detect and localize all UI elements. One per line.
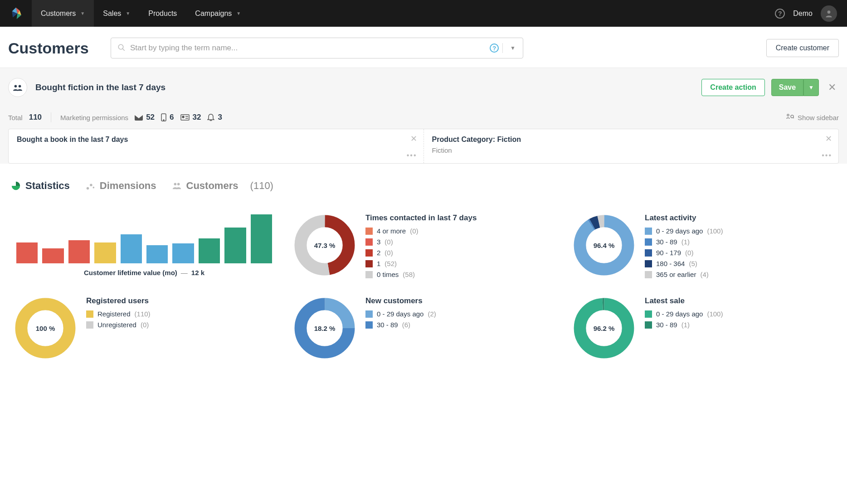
- legend: 0 - 29 days ago (100)30 - 89 (1): [645, 310, 833, 329]
- top-nav: Customers▼ Sales▼ Products Campaigns▼ ? …: [0, 0, 847, 27]
- legend-row: 0 - 29 days ago (2): [365, 310, 554, 318]
- svg-point-19: [177, 183, 180, 186]
- legend-count: (0): [141, 321, 149, 329]
- legend-count: (0): [385, 249, 393, 257]
- swatch: [365, 260, 373, 267]
- tab-customers[interactable]: Customers (110): [172, 180, 273, 192]
- close-icon[interactable]: ✕: [825, 82, 839, 93]
- legend-row: 0 - 29 days ago (100): [645, 227, 833, 235]
- more-icon[interactable]: •••: [407, 151, 417, 160]
- legend-label: 180 - 364: [656, 260, 685, 267]
- legend-count: (2): [428, 310, 436, 318]
- search-input[interactable]: [130, 44, 490, 53]
- save-dropdown-caret[interactable]: ▼: [803, 79, 819, 96]
- user-label[interactable]: Demo: [793, 10, 813, 18]
- tab-dimensions[interactable]: Dimensions: [85, 180, 156, 192]
- mobile-icon: [161, 113, 166, 121]
- donut-chart: 47.3 %: [293, 213, 356, 277]
- legend: 0 - 29 days ago (100)30 - 89 (1)90 - 179…: [645, 227, 833, 278]
- bar: [16, 242, 38, 263]
- tab-statistics[interactable]: Statistics: [11, 180, 70, 192]
- legend-count: (4): [700, 271, 708, 278]
- chart-title: Latest sale: [645, 296, 833, 305]
- segment-stats: Total 110 Marketing permissions 52 6 32 …: [8, 112, 839, 122]
- total-value: 110: [29, 113, 42, 122]
- show-sidebar-button[interactable]: Show sidebar: [786, 113, 839, 122]
- marketing-permissions-label: Marketing permissions: [60, 114, 128, 121]
- search-field[interactable]: ? ▼: [111, 38, 523, 58]
- stat-mobile: 6: [161, 113, 174, 122]
- svg-point-17: [92, 187, 94, 189]
- filter-card[interactable]: Bought a book in the last 7 days ✕ •••: [9, 129, 424, 163]
- bar: [224, 228, 246, 263]
- legend-row: 1 (52): [365, 260, 554, 267]
- chart-title: Latest activity: [645, 213, 833, 223]
- stat-notification: 3: [207, 113, 222, 122]
- bar: [172, 243, 194, 263]
- create-customer-button[interactable]: Create customer: [766, 39, 839, 57]
- legend-label: Registered: [97, 310, 131, 318]
- nav-customers[interactable]: Customers▼: [32, 0, 94, 27]
- svg-point-9: [182, 116, 184, 118]
- chart-title: Registered users: [86, 296, 275, 305]
- filter-card[interactable]: Product Category: Fiction Fiction ✕ •••: [424, 129, 839, 163]
- swatch: [645, 228, 652, 235]
- user-avatar[interactable]: [821, 5, 837, 22]
- bar: [121, 234, 142, 263]
- donut-chart: 100 %: [14, 296, 77, 360]
- id-card-icon: [180, 114, 190, 121]
- legend: 4 or more (0)3 (0)2 (0)1 (52)0 times (58…: [365, 227, 554, 278]
- legend-count: (6): [402, 321, 410, 329]
- legend-count: (0): [385, 238, 393, 246]
- legend-row: 30 - 89 (1): [645, 321, 833, 329]
- legend-label: 0 - 29 days ago: [656, 310, 703, 318]
- bar: [68, 240, 90, 263]
- svg-line-14: [793, 117, 794, 118]
- more-icon[interactable]: •••: [822, 151, 832, 160]
- svg-point-4: [19, 85, 21, 88]
- stat-email: 52: [135, 113, 155, 122]
- chart-caption: Customer lifetime value (mo)—12 k: [84, 269, 204, 276]
- legend-row: 90 - 179 (0): [645, 249, 833, 257]
- chevron-down-icon: ▼: [80, 11, 85, 16]
- swatch: [645, 271, 652, 278]
- legend-count: (110): [135, 310, 151, 318]
- swatch: [645, 321, 652, 329]
- swatch: [645, 238, 652, 246]
- brand-logo[interactable]: [0, 0, 32, 27]
- page-header: Customers ? ▼ Create customer: [0, 27, 847, 68]
- legend-row: 3 (0): [365, 238, 554, 246]
- chart-title: Times contacted in last 7 days: [365, 213, 554, 223]
- divider: [502, 43, 503, 53]
- divider: [51, 112, 51, 122]
- search-dropdown-caret[interactable]: ▼: [507, 45, 518, 51]
- remove-filter-icon[interactable]: ✕: [410, 134, 417, 144]
- legend-label: Unregistered: [97, 321, 136, 329]
- donut-chart: 96.2 %: [572, 296, 636, 360]
- remove-filter-icon[interactable]: ✕: [825, 134, 832, 144]
- legend: Registered (110)Unregistered (0): [86, 310, 275, 329]
- total-label: Total: [8, 114, 23, 121]
- tabs: Statistics Dimensions Customers (110): [0, 164, 847, 195]
- legend-label: 0 times: [377, 271, 399, 278]
- search-help-icon[interactable]: ?: [490, 44, 499, 53]
- help-icon[interactable]: ?: [775, 9, 785, 19]
- page-title: Customers: [8, 39, 103, 57]
- sidebar-icon: [786, 113, 794, 122]
- legend-label: 1: [377, 260, 380, 267]
- nav-products[interactable]: Products: [139, 0, 186, 27]
- nav-campaigns[interactable]: Campaigns▼: [186, 0, 250, 27]
- filter-subtitle: Fiction: [432, 146, 831, 154]
- filter-row: Bought a book in the last 7 days ✕ ••• P…: [8, 129, 839, 164]
- chevron-down-icon: ▼: [126, 11, 130, 16]
- save-button[interactable]: Save: [771, 79, 803, 96]
- swatch: [365, 238, 373, 246]
- chart-clv: Customer lifetime value (mo)—12 k: [14, 213, 275, 278]
- group-icon: [8, 78, 27, 97]
- bar: [146, 245, 168, 263]
- segment-title: Bought fiction in the last 7 days: [35, 82, 166, 92]
- legend-label: 3: [377, 238, 380, 246]
- search-icon: [117, 44, 126, 53]
- nav-sales[interactable]: Sales▼: [94, 0, 139, 27]
- create-action-button[interactable]: Create action: [701, 79, 764, 96]
